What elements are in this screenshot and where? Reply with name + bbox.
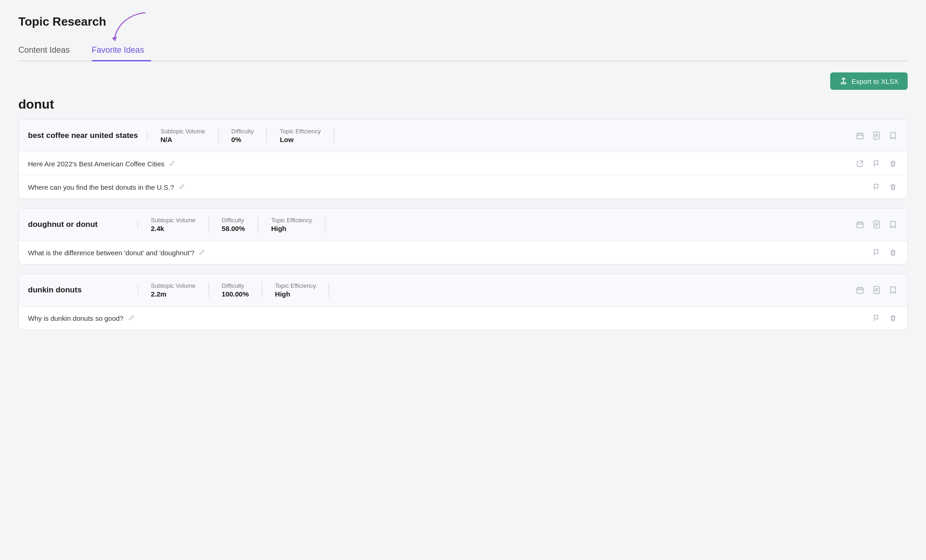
svg-rect-7 (857, 288, 863, 293)
card-1-difficulty-label: Difficulty (232, 128, 254, 135)
card-2-bookmark-icon[interactable] (888, 220, 898, 230)
toolbar: Export to XLSX (18, 72, 908, 90)
card-2-row-0: What is the difference between 'donut' a… (19, 241, 907, 264)
card-1-row-1: Where can you find the best donuts in th… (19, 176, 907, 198)
tab-content-ideas[interactable]: Content Ideas (18, 42, 77, 60)
cards-container: best coffee near united states Subtopic … (18, 119, 908, 330)
card-2-difficulty-stat: Difficulty 58.00% (209, 217, 259, 232)
card-2-subtopic-value: 2.4k (151, 225, 196, 232)
card-1-subtopic-value: N/A (160, 136, 205, 143)
card-1-subtopic-label: Subtopic Volume (160, 128, 205, 135)
card-3-document-icon[interactable] (871, 285, 882, 295)
card-2-header: doughnut or donut Subtopic Volume 2.4k D… (19, 209, 907, 241)
tabs-bar: Content Ideas Favorite Ideas (18, 42, 908, 61)
card-2-difficulty-label: Difficulty (222, 217, 245, 224)
section-keyword: donut (18, 97, 908, 112)
export-button[interactable]: Export to XLSX (830, 72, 908, 90)
card-1: best coffee near united states Subtopic … (18, 119, 908, 199)
card-2-row-0-delete-icon[interactable] (888, 247, 898, 258)
card-1-header: best coffee near united states Subtopic … (19, 120, 907, 152)
card-1-difficulty-value: 0% (232, 136, 254, 143)
card-3-row-0-flag-icon[interactable] (871, 313, 882, 323)
card-3-calendar-icon[interactable] (855, 285, 865, 295)
card-1-row-1-delete-icon[interactable] (888, 182, 898, 192)
card-3-subtopic-label: Subtopic Volume (151, 282, 196, 289)
card-3-subtopic-stat: Subtopic Volume 2.2m (138, 282, 209, 298)
card-3-topic: dunkin donuts (28, 285, 138, 295)
card-3-row-0-edit-icon[interactable] (128, 315, 135, 322)
svg-rect-1 (841, 82, 847, 83)
card-1-efficiency-label: Topic Efficiency (280, 128, 320, 135)
card-2-row-0-flag-icon[interactable] (871, 247, 882, 258)
card-1-document-icon[interactable] (871, 131, 882, 141)
card-1-calendar-icon[interactable] (855, 131, 865, 141)
card-1-row-0-icons (855, 159, 898, 169)
card-2-header-icons (855, 220, 898, 230)
card-2-difficulty-value: 58.00% (222, 225, 245, 232)
card-3-header-icons (855, 285, 898, 295)
card-1-row-1-icons (871, 182, 898, 192)
card-2-document-icon[interactable] (871, 220, 882, 230)
card-2-subtopic-label: Subtopic Volume (151, 217, 196, 224)
card-3-difficulty-value: 100.00% (222, 290, 249, 298)
card-2-row-0-text: What is the difference between 'donut' a… (28, 249, 866, 257)
card-2-calendar-icon[interactable] (855, 220, 865, 230)
card-2-row-0-edit-icon[interactable] (199, 249, 205, 257)
svg-rect-3 (857, 133, 863, 139)
card-2: doughnut or donut Subtopic Volume 2.4k D… (18, 208, 908, 264)
card-3-row-0-icons (871, 313, 898, 323)
card-1-topic: best coffee near united states (28, 131, 148, 140)
card-3-row-0: Why is dunkin donuts so good? (19, 307, 907, 329)
card-2-topic: doughnut or donut (28, 220, 138, 229)
tab-favorite-ideas[interactable]: Favorite Ideas (92, 42, 151, 60)
card-1-header-icons (855, 131, 898, 141)
card-1-efficiency-stat: Topic Efficiency Low (267, 128, 334, 143)
card-1-difficulty-stat: Difficulty 0% (219, 128, 267, 143)
card-2-subtopic-stat: Subtopic Volume 2.4k (138, 217, 209, 232)
card-3-efficiency-label: Topic Efficiency (275, 282, 316, 289)
card-1-row-0: Here Are 2022's Best American Coffee Cit… (19, 152, 907, 176)
card-1-row-0-external-icon[interactable] (855, 159, 865, 169)
card-3-row-0-delete-icon[interactable] (888, 313, 898, 323)
svg-rect-2 (841, 83, 847, 84)
card-3-subtopic-value: 2.2m (151, 290, 196, 298)
card-2-efficiency-stat: Topic Efficiency High (258, 217, 325, 232)
card-3-efficiency-stat: Topic Efficiency High (262, 282, 329, 298)
card-3-efficiency-value: High (275, 290, 316, 298)
card-2-row-0-icons (871, 247, 898, 258)
card-2-efficiency-value: High (271, 225, 312, 232)
card-1-row-1-edit-icon[interactable] (179, 184, 185, 191)
card-1-row-0-delete-icon[interactable] (888, 159, 898, 169)
export-icon (839, 77, 848, 85)
card-3-difficulty-label: Difficulty (222, 282, 249, 289)
card-3-row-0-text: Why is dunkin donuts so good? (28, 314, 866, 322)
card-1-row-1-text: Where can you find the best donuts in th… (28, 183, 866, 191)
card-1-efficiency-value: Low (280, 136, 320, 143)
card-2-efficiency-label: Topic Efficiency (271, 217, 312, 224)
card-3: dunkin donuts Subtopic Volume 2.2m Diffi… (18, 274, 908, 330)
card-1-subtopic-stat: Subtopic Volume N/A (148, 128, 219, 143)
card-1-row-0-flag-icon[interactable] (871, 159, 882, 169)
card-1-row-0-text: Here Are 2022's Best American Coffee Cit… (28, 160, 849, 168)
arrow-annotation (105, 9, 156, 45)
card-1-row-1-flag-icon[interactable] (871, 182, 882, 192)
card-1-bookmark-icon[interactable] (888, 131, 898, 141)
card-1-row-0-edit-icon[interactable] (169, 160, 176, 168)
card-3-header: dunkin donuts Subtopic Volume 2.2m Diffi… (19, 274, 907, 307)
svg-rect-5 (857, 222, 863, 228)
export-button-label: Export to XLSX (851, 77, 898, 85)
card-3-bookmark-icon[interactable] (888, 285, 898, 295)
card-3-difficulty-stat: Difficulty 100.00% (209, 282, 262, 298)
